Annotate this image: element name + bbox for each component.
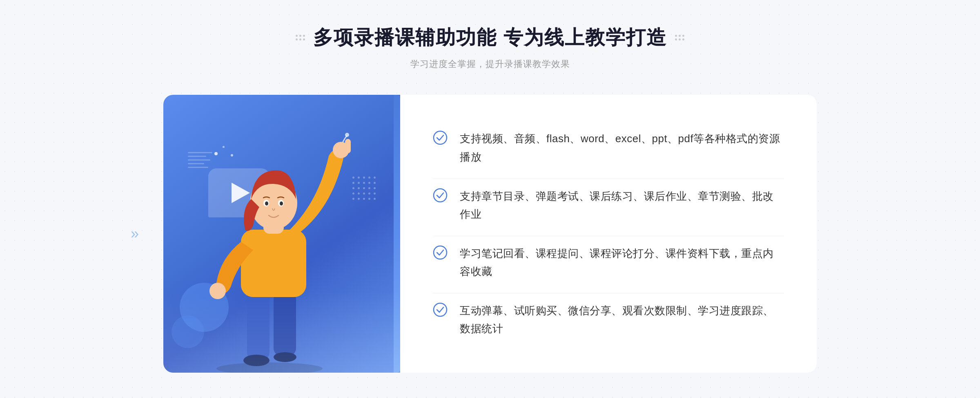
svg-point-6: [345, 133, 349, 137]
page-title: 多项录播课辅助功能 专为线上教学打造: [313, 25, 666, 51]
svg-point-19: [434, 303, 447, 316]
page-subtitle: 学习进度全掌握，提升录播课教学效果: [410, 58, 570, 70]
content-area: »: [163, 95, 817, 373]
feature-item-4: 互动弹幕、试听购买、微信分享、观看次数限制、学习进度跟踪、数据统计: [433, 293, 784, 346]
left-decoration-dots: [296, 35, 305, 40]
left-arrows-decoration: »: [131, 225, 139, 242]
svg-point-12: [280, 201, 283, 206]
page-wrapper: 多项录播课辅助功能 专为线上教学打造 学习进度全掌握，提升录播课教学效果 »: [0, 0, 980, 398]
illustration-box: [163, 95, 400, 373]
feature-item-2: 支持章节目录、弹题考试、课后练习、课后作业、章节测验、批改作业: [433, 179, 784, 231]
features-panel: 支持视频、音频、flash、word、excel、ppt、pdf等各种格式的资源…: [400, 95, 817, 373]
check-icon-2: [433, 188, 448, 203]
check-icon-1: [433, 130, 448, 145]
feature-text-2: 支持章节目录、弹题考试、课后练习、课后作业、章节测验、批改作业: [460, 187, 784, 223]
feature-item-3: 学习笔记回看、课程提问、课程评论打分、课件资料下载，重点内容收藏: [433, 236, 784, 288]
feature-text-3: 学习笔记回看、课程提问、课程评论打分、课件资料下载，重点内容收藏: [460, 244, 784, 280]
chevron-left-icon: »: [131, 225, 139, 242]
svg-point-18: [434, 246, 447, 259]
title-row: 多项录播课辅助功能 专为线上教学打造: [296, 25, 684, 51]
feature-text-4: 互动弹幕、试听购买、微信分享、观看次数限制、学习进度跟踪、数据统计: [460, 302, 784, 338]
feature-item-1: 支持视频、音频、flash、word、excel、ppt、pdf等各种格式的资源…: [433, 121, 784, 174]
check-icon-3: [433, 245, 448, 260]
feature-text-1: 支持视频、音频、flash、word、excel、ppt、pdf等各种格式的资源…: [460, 130, 784, 165]
svg-rect-5: [241, 230, 306, 297]
svg-point-17: [434, 189, 447, 202]
check-icon-4: [433, 302, 448, 317]
header-section: 多项录播课辅助功能 专为线上教学打造 学习进度全掌握，提升录播课教学效果: [296, 25, 684, 70]
svg-point-10: [265, 201, 268, 206]
bottom-gradient: [163, 291, 400, 373]
right-decoration-dots: [675, 35, 684, 40]
svg-rect-14: [345, 139, 351, 153]
svg-point-16: [434, 131, 447, 144]
